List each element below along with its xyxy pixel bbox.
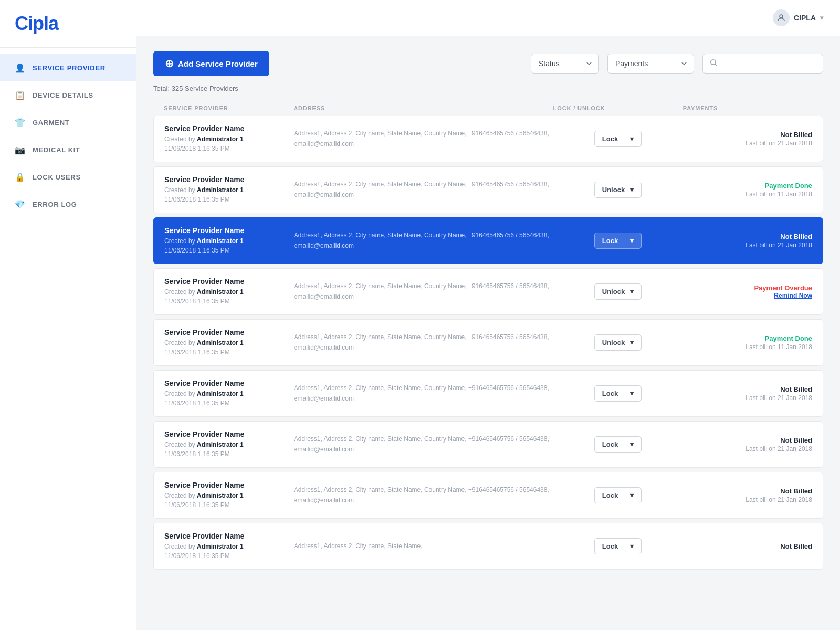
payment-status: Not Billed xyxy=(682,233,812,240)
payment-status: Not Billed xyxy=(682,385,812,393)
address-cell: Address1, Address 2, City name, State Na… xyxy=(294,485,553,505)
lock-chevron-icon: ▾ xyxy=(630,237,634,245)
sidebar-item-error-log[interactable]: 💎 ERROR LOG xyxy=(0,191,136,218)
sp-info-cell: Service Provider Name Created by Adminis… xyxy=(164,124,294,153)
sidebar-item-device-details[interactable]: 📋 DEVICE DETAILS xyxy=(0,81,136,109)
sp-name: Service Provider Name xyxy=(164,430,294,438)
sp-name: Service Provider Name xyxy=(164,226,294,235)
sp-info-cell: Service Provider Name Created by Adminis… xyxy=(164,175,294,204)
sp-name: Service Provider Name xyxy=(164,277,294,286)
sidebar-item-service-provider[interactable]: 👤 SERVICE PROVIDER xyxy=(0,54,136,81)
payment-status: Payment Done xyxy=(682,182,812,190)
user-name: CIPLA xyxy=(794,14,816,22)
payment-status: Not Billed xyxy=(682,131,812,139)
lock-cell: Lock ▾ xyxy=(553,436,682,453)
add-service-provider-button[interactable]: ⊕ Add Service Provider xyxy=(153,51,269,76)
last-bill-date: Last bill on 21 Jan 2018 xyxy=(682,445,812,453)
sp-meta: Created by Administrator 111/06/2018 1,1… xyxy=(164,542,294,561)
lock-cell: Unlock ▾ xyxy=(553,284,682,300)
address-text: Address1, Address 2, City name, State Na… xyxy=(294,180,553,200)
address-cell: Address1, Address 2, City name, State Na… xyxy=(294,180,553,200)
table-row[interactable]: Service Provider Name Created by Adminis… xyxy=(153,523,823,570)
lock-dropdown[interactable]: Lock ▾ xyxy=(594,131,642,147)
sidebar-item-garment[interactable]: 👕 GARMENT xyxy=(0,109,136,136)
lock-chevron-icon: ▾ xyxy=(630,440,634,448)
address-cell: Address1, Address 2, City name, State Na… xyxy=(294,434,553,454)
last-bill-date: Last bill on 11 Jan 2018 xyxy=(682,191,812,198)
sp-info-cell: Service Provider Name Created by Adminis… xyxy=(164,328,294,357)
lock-users-icon: 🔒 xyxy=(15,172,25,182)
last-bill-date: Last bill on 21 Jan 2018 xyxy=(682,496,812,503)
sidebar-label-medical-kit: MEDICAL KIT xyxy=(33,146,80,154)
sp-meta: Created by Administrator 111/06/2018 1,1… xyxy=(164,491,294,510)
address-cell: Address1, Address 2, City name, State Na… xyxy=(294,332,553,352)
sidebar-label-service-provider: SERVICE PROVIDER xyxy=(33,64,106,72)
lock-chevron-icon: ▾ xyxy=(630,542,634,550)
last-bill-date: Last bill on 21 Jan 2018 xyxy=(682,394,812,402)
lock-dropdown[interactable]: Unlock ▾ xyxy=(594,334,642,351)
payments-filter[interactable]: Payments Not Billed Payment Done Payment… xyxy=(607,54,694,74)
remind-now-link[interactable]: Remind Now xyxy=(682,292,812,299)
table-row[interactable]: Service Provider Name Created by Adminis… xyxy=(153,472,823,519)
lock-status-label: Unlock xyxy=(602,288,625,296)
lock-cell: Lock ▾ xyxy=(553,131,682,147)
sp-name: Service Provider Name xyxy=(164,328,294,337)
address-text: Address1, Address 2, City name, State Na… xyxy=(294,541,553,551)
sp-info-cell: Service Provider Name Created by Adminis… xyxy=(164,379,294,408)
address-text: Address1, Address 2, City name, State Na… xyxy=(294,383,553,403)
address-text: Address1, Address 2, City name, State Na… xyxy=(294,485,553,505)
add-icon: ⊕ xyxy=(165,57,174,70)
sp-name: Service Provider Name xyxy=(164,175,294,184)
sidebar-item-medical-kit[interactable]: 📷 MEDICAL KIT xyxy=(0,136,136,163)
address-text: Address1, Address 2, City name, State Na… xyxy=(294,129,553,149)
sp-info-cell: Service Provider Name Created by Adminis… xyxy=(164,226,294,255)
last-bill-date: Last bill on 21 Jan 2018 xyxy=(682,242,812,249)
table-row[interactable]: Service Provider Name Created by Adminis… xyxy=(153,319,823,366)
user-avatar xyxy=(773,9,790,26)
col-header-service-provider: SERVICE PROVIDER xyxy=(164,105,293,111)
sidebar-label-error-log: ERROR LOG xyxy=(33,201,77,208)
sp-name: Service Provider Name xyxy=(164,124,294,133)
last-bill-date: Last bill on 11 Jan 2018 xyxy=(682,343,812,351)
lock-dropdown[interactable]: Unlock ▾ xyxy=(594,182,642,198)
main-content: ⊕ Add Service Provider Status Active Ina… xyxy=(136,36,840,630)
lock-dropdown[interactable]: Lock ▾ xyxy=(594,538,642,554)
sp-info-cell: Service Provider Name Created by Adminis… xyxy=(164,481,294,510)
table-row[interactable]: Service Provider Name Created by Adminis… xyxy=(153,421,823,468)
lock-status-label: Lock xyxy=(602,491,618,499)
lock-dropdown[interactable]: Lock ▾ xyxy=(594,233,642,249)
lock-dropdown[interactable]: Lock ▾ xyxy=(594,385,642,402)
lock-status-label: Lock xyxy=(602,237,618,245)
sp-info-cell: Service Provider Name Created by Adminis… xyxy=(164,277,294,306)
payment-status: Not Billed xyxy=(682,542,812,550)
payment-status: Payment Overdue xyxy=(682,284,812,292)
table-row[interactable]: Service Provider Name Created by Adminis… xyxy=(153,116,823,162)
user-menu[interactable]: CIPLA ▾ xyxy=(773,9,823,26)
payment-status: Not Billed xyxy=(682,487,812,495)
lock-dropdown[interactable]: Lock ▾ xyxy=(594,436,642,453)
lock-dropdown[interactable]: Lock ▾ xyxy=(594,487,642,503)
lock-chevron-icon: ▾ xyxy=(630,135,634,143)
app-logo: Cipla xyxy=(15,13,121,35)
table-row[interactable]: Service Provider Name Created by Adminis… xyxy=(153,268,823,315)
lock-status-label: Lock xyxy=(602,135,618,143)
payments-cell: Not Billed Last bill on 21 Jan 2018 xyxy=(682,487,812,503)
search-input[interactable] xyxy=(722,59,816,68)
table-row[interactable]: Service Provider Name Created by Adminis… xyxy=(153,217,823,264)
lock-status-label: Unlock xyxy=(602,339,625,346)
garment-icon: 👕 xyxy=(15,117,25,128)
lock-dropdown[interactable]: Unlock ▾ xyxy=(594,284,642,300)
sp-name: Service Provider Name xyxy=(164,379,294,387)
table-row[interactable]: Service Provider Name Created by Adminis… xyxy=(153,370,823,417)
table-row[interactable]: Service Provider Name Created by Adminis… xyxy=(153,166,823,213)
sidebar-nav: 👤 SERVICE PROVIDER 📋 DEVICE DETAILS 👕 GA… xyxy=(0,48,136,224)
col-header-address: ADDRESS xyxy=(293,105,553,111)
lock-status-label: Unlock xyxy=(602,186,625,194)
lock-cell: Lock ▾ xyxy=(553,538,682,554)
sidebar-item-lock-users[interactable]: 🔒 LOCK USERS xyxy=(0,163,136,191)
sp-name: Service Provider Name xyxy=(164,532,294,540)
lock-status-label: Lock xyxy=(602,440,618,448)
lock-cell: Unlock ▾ xyxy=(553,182,682,198)
status-filter[interactable]: Status Active Inactive xyxy=(531,54,599,74)
col-header-payments: PAYMENTS xyxy=(683,105,813,111)
